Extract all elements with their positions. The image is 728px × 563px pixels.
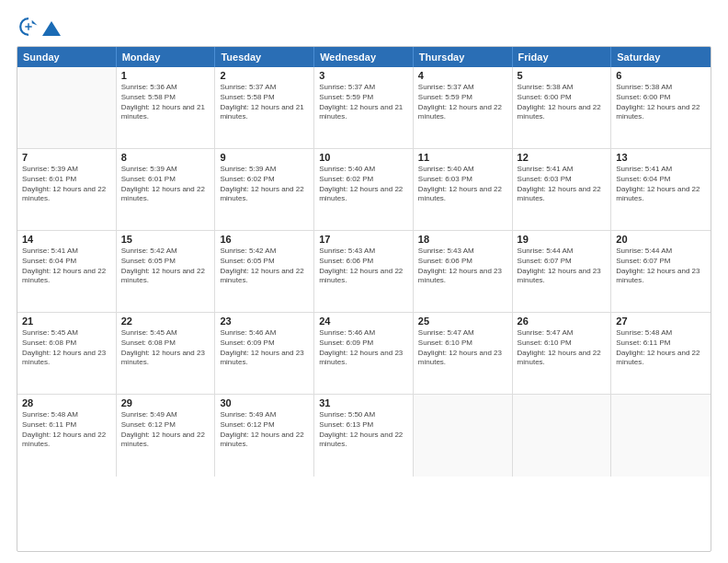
cell-info: Sunrise: 5:45 AMSunset: 6:08 PMDaylight:… — [121, 328, 210, 368]
cell-info: Sunrise: 5:37 AMSunset: 5:59 PMDaylight:… — [418, 83, 507, 122]
logo-wordmark — [40, 18, 63, 35]
calendar-cell — [414, 395, 513, 477]
logo-icon — [18, 17, 39, 37]
cell-info: Sunrise: 5:45 AMSunset: 6:08 PMDaylight:… — [22, 328, 111, 368]
cell-info: Sunrise: 5:39 AMSunset: 6:02 PMDaylight:… — [220, 165, 309, 204]
cell-info: Sunrise: 5:38 AMSunset: 6:00 PMDaylight:… — [518, 83, 607, 122]
day-number: 21 — [22, 316, 111, 327]
day-number: 18 — [418, 234, 507, 245]
day-number: 17 — [319, 234, 408, 245]
cell-info: Sunrise: 5:41 AMSunset: 6:04 PMDaylight:… — [616, 165, 706, 204]
header — [17, 17, 711, 37]
cell-info: Sunrise: 5:50 AMSunset: 6:13 PMDaylight:… — [319, 410, 408, 450]
day-number: 11 — [418, 152, 507, 163]
calendar-cell: 18Sunrise: 5:43 AMSunset: 6:06 PMDayligh… — [414, 231, 513, 312]
calendar-cell: 10Sunrise: 5:40 AMSunset: 6:02 PMDayligh… — [314, 149, 414, 230]
day-number: 22 — [121, 316, 210, 327]
cell-info: Sunrise: 5:46 AMSunset: 6:09 PMDaylight:… — [319, 328, 408, 368]
header-day-thursday: Thursday — [414, 47, 513, 67]
calendar-cell: 27Sunrise: 5:48 AMSunset: 6:11 PMDayligh… — [611, 313, 711, 394]
calendar-cell: 25Sunrise: 5:47 AMSunset: 6:10 PMDayligh… — [414, 313, 513, 394]
cell-info: Sunrise: 5:46 AMSunset: 6:09 PMDaylight:… — [220, 328, 309, 368]
cell-info: Sunrise: 5:37 AMSunset: 5:59 PMDaylight:… — [319, 83, 408, 122]
calendar-cell: 24Sunrise: 5:46 AMSunset: 6:09 PMDayligh… — [314, 313, 414, 394]
calendar-cell: 30Sunrise: 5:49 AMSunset: 6:12 PMDayligh… — [215, 395, 314, 477]
day-number: 28 — [22, 397, 111, 408]
calendar-cell: 5Sunrise: 5:38 AMSunset: 6:00 PMDaylight… — [513, 67, 612, 148]
calendar-cell: 4Sunrise: 5:37 AMSunset: 5:59 PMDaylight… — [414, 67, 513, 148]
cell-info: Sunrise: 5:47 AMSunset: 6:10 PMDaylight:… — [518, 328, 607, 368]
cell-info: Sunrise: 5:42 AMSunset: 6:05 PMDaylight:… — [121, 247, 210, 286]
calendar-header: SundayMondayTuesdayWednesdayThursdayFrid… — [17, 47, 711, 67]
day-number: 1 — [121, 70, 210, 81]
header-day-friday: Friday — [513, 47, 612, 67]
day-number: 5 — [518, 70, 607, 81]
calendar-cell: 3Sunrise: 5:37 AMSunset: 5:59 PMDaylight… — [314, 67, 414, 148]
calendar-row-4: 21Sunrise: 5:45 AMSunset: 6:08 PMDayligh… — [17, 313, 711, 395]
header-day-saturday: Saturday — [611, 47, 711, 67]
day-number: 8 — [121, 152, 210, 163]
day-number: 4 — [418, 70, 507, 81]
calendar-cell: 14Sunrise: 5:41 AMSunset: 6:04 PMDayligh… — [17, 231, 117, 312]
cell-info: Sunrise: 5:37 AMSunset: 5:58 PMDaylight:… — [220, 83, 309, 122]
day-number: 15 — [121, 234, 210, 245]
calendar-cell: 7Sunrise: 5:39 AMSunset: 6:01 PMDaylight… — [17, 149, 117, 230]
calendar-cell: 29Sunrise: 5:49 AMSunset: 6:12 PMDayligh… — [117, 395, 216, 477]
calendar-cell: 13Sunrise: 5:41 AMSunset: 6:04 PMDayligh… — [611, 149, 711, 230]
day-number: 19 — [518, 234, 607, 245]
cell-info: Sunrise: 5:49 AMSunset: 6:12 PMDaylight:… — [220, 410, 309, 450]
cell-info: Sunrise: 5:43 AMSunset: 6:06 PMDaylight:… — [319, 247, 408, 286]
cell-info: Sunrise: 5:44 AMSunset: 6:07 PMDaylight:… — [518, 247, 607, 286]
calendar-row-2: 7Sunrise: 5:39 AMSunset: 6:01 PMDaylight… — [17, 149, 711, 231]
day-number: 29 — [121, 397, 210, 408]
logo — [17, 17, 63, 37]
day-number: 6 — [616, 70, 706, 81]
day-number: 10 — [319, 152, 408, 163]
cell-info: Sunrise: 5:47 AMSunset: 6:10 PMDaylight:… — [418, 328, 507, 368]
calendar-cell: 1Sunrise: 5:36 AMSunset: 5:58 PMDaylight… — [117, 67, 216, 148]
cell-info: Sunrise: 5:41 AMSunset: 6:03 PMDaylight:… — [518, 165, 607, 204]
day-number: 14 — [22, 234, 111, 245]
day-number: 13 — [616, 152, 706, 163]
cell-info: Sunrise: 5:38 AMSunset: 6:00 PMDaylight:… — [616, 83, 706, 122]
calendar-row-3: 14Sunrise: 5:41 AMSunset: 6:04 PMDayligh… — [17, 231, 711, 313]
cell-info: Sunrise: 5:44 AMSunset: 6:07 PMDaylight:… — [616, 247, 706, 286]
cell-info: Sunrise: 5:48 AMSunset: 6:11 PMDaylight:… — [616, 328, 706, 368]
calendar-cell: 23Sunrise: 5:46 AMSunset: 6:09 PMDayligh… — [215, 313, 314, 394]
cell-info: Sunrise: 5:39 AMSunset: 6:01 PMDaylight:… — [121, 165, 210, 204]
calendar-cell: 9Sunrise: 5:39 AMSunset: 6:02 PMDaylight… — [215, 149, 314, 230]
cell-info: Sunrise: 5:49 AMSunset: 6:12 PMDaylight:… — [121, 410, 210, 450]
day-number: 26 — [518, 316, 607, 327]
day-number: 25 — [418, 316, 507, 327]
calendar-cell: 22Sunrise: 5:45 AMSunset: 6:08 PMDayligh… — [117, 313, 216, 394]
calendar-row-5: 28Sunrise: 5:48 AMSunset: 6:11 PMDayligh… — [17, 395, 711, 477]
day-number: 3 — [319, 70, 408, 81]
day-number: 23 — [220, 316, 309, 327]
calendar-cell — [513, 395, 612, 477]
cell-info: Sunrise: 5:40 AMSunset: 6:02 PMDaylight:… — [319, 165, 408, 204]
cell-info: Sunrise: 5:39 AMSunset: 6:01 PMDaylight:… — [22, 165, 111, 204]
day-number: 31 — [319, 397, 408, 408]
svg-marker-0 — [42, 21, 61, 36]
cell-info: Sunrise: 5:42 AMSunset: 6:05 PMDaylight:… — [220, 247, 309, 286]
calendar-cell: 6Sunrise: 5:38 AMSunset: 6:00 PMDaylight… — [611, 67, 711, 148]
calendar-body: 1Sunrise: 5:36 AMSunset: 5:58 PMDaylight… — [17, 67, 711, 477]
cell-info: Sunrise: 5:40 AMSunset: 6:03 PMDaylight:… — [418, 165, 507, 204]
cell-info: Sunrise: 5:41 AMSunset: 6:04 PMDaylight:… — [22, 247, 111, 286]
cell-info: Sunrise: 5:36 AMSunset: 5:58 PMDaylight:… — [121, 83, 210, 122]
calendar-cell: 16Sunrise: 5:42 AMSunset: 6:05 PMDayligh… — [215, 231, 314, 312]
calendar-cell: 28Sunrise: 5:48 AMSunset: 6:11 PMDayligh… — [17, 395, 117, 477]
calendar-cell — [611, 395, 711, 477]
logo-triangle — [41, 18, 62, 39]
day-number: 9 — [220, 152, 309, 163]
day-number: 7 — [22, 152, 111, 163]
header-day-tuesday: Tuesday — [215, 47, 314, 67]
calendar-cell: 21Sunrise: 5:45 AMSunset: 6:08 PMDayligh… — [17, 313, 117, 394]
day-number: 30 — [220, 397, 309, 408]
calendar: SundayMondayTuesdayWednesdayThursdayFrid… — [17, 46, 711, 552]
calendar-cell: 2Sunrise: 5:37 AMSunset: 5:58 PMDaylight… — [215, 67, 314, 148]
header-day-monday: Monday — [117, 47, 216, 67]
calendar-cell: 17Sunrise: 5:43 AMSunset: 6:06 PMDayligh… — [314, 231, 414, 312]
day-number: 2 — [220, 70, 309, 81]
day-number: 16 — [220, 234, 309, 245]
